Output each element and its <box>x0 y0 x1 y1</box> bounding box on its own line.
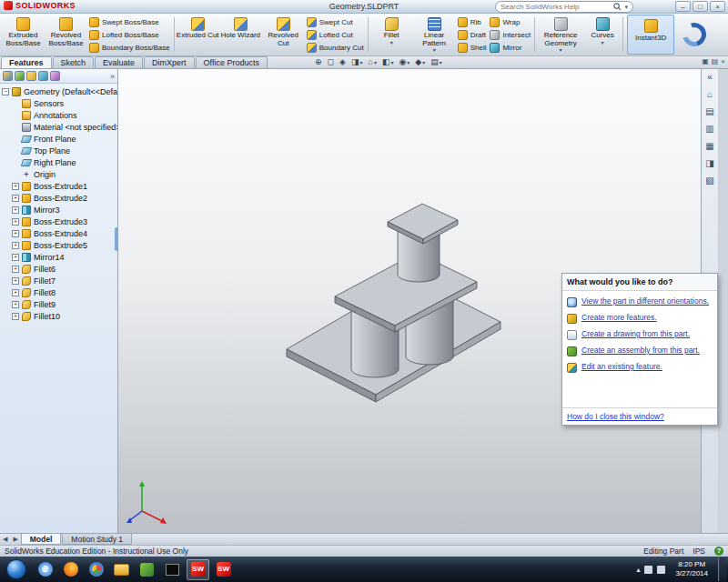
tab-evaluate[interactable]: Evaluate <box>95 56 143 68</box>
reference-geometry-button[interactable]: Reference Geometry ▾ <box>537 15 584 55</box>
curves-dropdown-icon[interactable]: ▾ <box>602 40 604 45</box>
extruded-boss-base-button[interactable]: Extruded Boss/Base <box>2 15 45 55</box>
expand-icon[interactable]: + <box>12 230 19 237</box>
hide-show-items-icon[interactable]: ◉▾ <box>399 57 410 66</box>
extruded-cut-button[interactable]: Extruded Cut <box>177 15 219 55</box>
taskbar-clock[interactable]: 8:20 PM 3/27/2014 <box>670 560 713 578</box>
internet-explorer-button[interactable]: e <box>34 559 56 580</box>
featuremanager-tree-icon[interactable] <box>3 71 13 81</box>
tree-item-right-plane[interactable]: Right Plane <box>2 156 117 168</box>
expand-icon[interactable]: + <box>12 289 19 296</box>
solidworks-taskbar-button[interactable]: SW <box>187 559 209 580</box>
tab-model[interactable]: Model <box>21 534 62 545</box>
boundary-boss-base-button[interactable]: Boundary Boss/Base <box>89 42 170 53</box>
rib-button[interactable]: Rib <box>458 16 487 27</box>
network-icon[interactable] <box>644 566 652 574</box>
section-view-icon[interactable]: ◨▾ <box>351 57 363 66</box>
tab-scroll-left-icon[interactable]: ◀ <box>0 536 10 543</box>
tab-scroll-right-icon[interactable]: ▶ <box>10 536 20 543</box>
collapse-pane-icon[interactable]: « <box>707 72 713 82</box>
expand-icon[interactable]: + <box>12 195 19 202</box>
tree-item-origin[interactable]: +Origin <box>2 168 117 180</box>
fillet-dropdown-icon[interactable]: ▾ <box>390 40 393 45</box>
hole-wizard-button[interactable]: Hole Wizard <box>219 15 262 55</box>
propertymanager-icon[interactable] <box>15 71 25 81</box>
curves-button[interactable]: Curves ▾ <box>584 15 621 55</box>
tree-item-front-plane[interactable]: Front Plane <box>2 133 117 145</box>
tree-item-fillet9[interactable]: +Fillet9 <box>2 298 117 310</box>
expand-icon[interactable]: + <box>12 313 19 320</box>
show-desktop-button[interactable] <box>718 557 726 581</box>
help-search[interactable]: ▾ <box>495 1 633 13</box>
collapse-pane-icon[interactable]: ▤ <box>712 57 719 65</box>
reference-dropdown-icon[interactable]: ▾ <box>560 47 562 53</box>
design-library-icon[interactable]: ▤ <box>705 106 713 116</box>
undock-pane-icon[interactable]: ▣ <box>702 57 709 65</box>
pattern-dropdown-icon[interactable]: ▾ <box>433 47 436 53</box>
chrome-button[interactable] <box>85 559 107 580</box>
draft-button[interactable]: Draft <box>458 29 487 40</box>
tree-item-fillet8[interactable]: +Fillet8 <box>2 286 117 298</box>
volume-icon[interactable] <box>657 566 665 574</box>
tree-item-boss-extrude1[interactable]: +Boss-Extrude1 <box>2 180 117 192</box>
boundary-cut-button[interactable]: Boundary Cut <box>307 42 364 53</box>
console-button[interactable] <box>161 559 184 580</box>
file-explorer-icon[interactable]: ▥ <box>705 124 713 134</box>
tree-item-boss-extrude5[interactable]: +Boss-Extrude5 <box>2 239 117 251</box>
collapse-icon[interactable]: − <box>2 88 9 95</box>
tree-item-fillet10[interactable]: +Fillet10 <box>2 310 117 322</box>
link-close-window[interactable]: How do I close this window? <box>567 412 664 421</box>
close-pane-icon[interactable]: × <box>721 57 725 65</box>
shell-button[interactable]: Shell <box>458 42 487 53</box>
previous-view-icon[interactable]: ◈ <box>339 57 346 66</box>
linear-pattern-button[interactable]: Linear Pattern ▾ <box>413 15 456 55</box>
expand-icon[interactable]: + <box>12 242 19 249</box>
solidworks-doc-button[interactable]: SW <box>212 559 235 580</box>
search-dropdown-icon[interactable]: ▾ <box>624 4 628 11</box>
view-orientation-icon[interactable]: ⌂▾ <box>368 57 376 66</box>
revolved-boss-base-button[interactable]: Revolved Boss/Base <box>45 15 87 55</box>
custom-properties-icon[interactable]: ▧ <box>705 176 713 186</box>
wrap-button[interactable]: Wrap <box>490 16 531 27</box>
tree-item-mirror14[interactable]: +Mirror14 <box>2 251 117 263</box>
tab-dimxpert[interactable]: DimXpert <box>144 56 195 68</box>
instant3d-button[interactable]: Instant3D <box>627 15 674 55</box>
tree-item-boss-extrude4[interactable]: +Boss-Extrude4 <box>2 227 117 239</box>
more-tabs-icon[interactable]: » <box>110 72 115 81</box>
dimxpertmanager-icon[interactable] <box>38 71 48 81</box>
tab-sketch[interactable]: Sketch <box>53 56 95 68</box>
close-button[interactable]: × <box>710 1 725 12</box>
tab-office-products[interactable]: Office Products <box>196 56 268 68</box>
expand-icon[interactable]: + <box>12 254 19 261</box>
swept-cut-button[interactable]: Swept Cut <box>307 16 364 27</box>
lofted-boss-base-button[interactable]: Lofted Boss/Base <box>89 29 170 40</box>
tab-features[interactable]: Features <box>1 56 52 68</box>
tree-item-sensors[interactable]: Sensors <box>2 97 117 109</box>
display-style-icon[interactable]: ◧▾ <box>382 57 394 66</box>
zoom-area-icon[interactable]: ◻ <box>328 57 334 66</box>
link-create-features[interactable]: Create more features. <box>567 313 713 324</box>
expand-icon[interactable]: + <box>12 206 19 214</box>
units-selector[interactable]: IPS <box>693 547 705 556</box>
expand-icon[interactable]: + <box>12 183 19 190</box>
expand-icon[interactable]: + <box>12 277 19 285</box>
tree-item-mirror3[interactable]: +Mirror3 <box>2 204 117 216</box>
lofted-cut-button[interactable]: Lofted Cut <box>307 29 364 40</box>
tree-item-annotations[interactable]: Annotations <box>2 109 117 121</box>
firefox-button[interactable] <box>59 559 82 580</box>
start-button[interactable] <box>6 559 26 579</box>
zoom-fit-icon[interactable]: ⊕ <box>315 57 322 66</box>
maximize-button[interactable]: □ <box>693 1 708 12</box>
intersect-button[interactable]: Intersect <box>490 29 531 40</box>
explorer-button[interactable] <box>110 559 133 580</box>
expand-icon[interactable]: + <box>12 301 19 308</box>
search-input[interactable] <box>500 3 611 11</box>
revolved-cut-button[interactable]: Revolved Cut <box>262 15 305 55</box>
mirror-button[interactable]: Mirror <box>490 42 531 53</box>
configurationmanager-icon[interactable] <box>26 71 36 81</box>
appearances-scenes-icon[interactable]: ◨ <box>705 158 713 168</box>
tree-item-top-plane[interactable]: Top Plane <box>2 145 117 156</box>
view-settings-icon[interactable]: ▤▾ <box>430 57 442 66</box>
link-edit-feature[interactable]: Edit an existing feature. <box>567 362 713 373</box>
link-create-drawing[interactable]: Create a drawing from this part. <box>567 329 713 340</box>
